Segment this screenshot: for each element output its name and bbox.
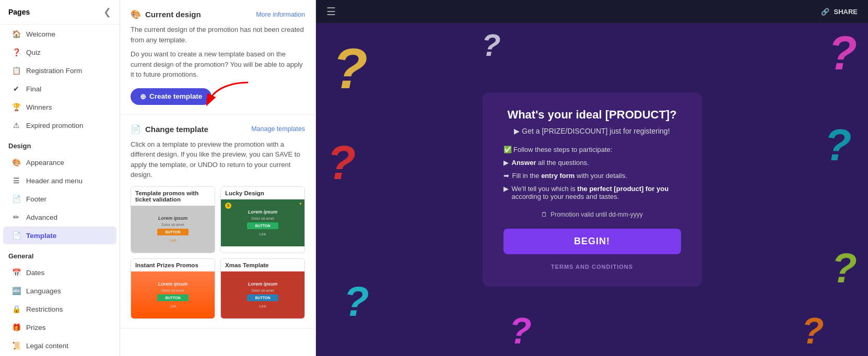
template-icon: 📄 <box>11 231 21 240</box>
preview-link: Link <box>260 304 266 308</box>
step2-icon: ➡ <box>503 172 509 180</box>
preview-dolor: Dolor sit amet <box>161 289 184 292</box>
qmark-pink-bottom: ? <box>509 313 532 349</box>
preview-link: Link <box>170 239 177 242</box>
sidebar-item-welcome[interactable]: 🏠Welcome <box>3 25 116 43</box>
plus-icon: ⊕ <box>140 92 146 101</box>
general-section: 📅Dates🔤Languages🔒Restrictions🎁Prizes📜Leg… <box>0 263 120 356</box>
preview-content: ? ? ? ? ? ? ? ? ? What's your ideal [PRO… <box>316 23 868 356</box>
sidebar-item-winners[interactable]: 🏆Winners <box>3 98 116 116</box>
template-title-xmas-template: Xmas Template <box>221 259 304 271</box>
sidebar-item-languages[interactable]: 🔤Languages <box>3 282 116 300</box>
sidebar-item-dates[interactable]: 📅Dates <box>3 264 116 281</box>
promo-subtitle: ▶ Get a [PRIZE/DISCOUNT] just for regist… <box>503 127 681 135</box>
template-card-instant-prizes[interactable]: Instant Prizes Promos Lorem ipsum Dolor … <box>131 258 215 319</box>
preview-button: BUTTON <box>157 294 189 301</box>
sidebar-item-final[interactable]: ✔Final <box>3 80 116 98</box>
qmark-yellow: ? <box>333 40 368 97</box>
preview-button: BUTTON <box>157 229 189 235</box>
current-design-icon: 🎨 <box>131 9 141 19</box>
steps-intro: ✅ Follow these steps to participate: <box>503 146 681 153</box>
coin-icon: $ <box>225 203 231 209</box>
sidebar-item-registration-form[interactable]: 📋Registration Form <box>3 62 116 79</box>
restrictions-icon: 🔒 <box>11 304 21 314</box>
qmark-pink-top: ? <box>828 30 857 77</box>
languages-icon: 🔤 <box>11 286 21 295</box>
template-card-lucky-design[interactable]: Lucky Design $✦ Lorem ipsum Dolor sit am… <box>220 186 305 253</box>
hamburger-icon[interactable]: ☰ <box>326 5 336 18</box>
sidebar-item-appearance[interactable]: 🎨Appearance <box>3 153 116 171</box>
sidebar-item-restrictions[interactable]: 🔒Restrictions <box>3 300 116 318</box>
sidebar-item-template[interactable]: 📄Template <box>3 227 116 244</box>
final-icon: ✔ <box>11 84 21 93</box>
collapse-button[interactable]: ❮ <box>103 6 111 18</box>
sidebar-item-prizes[interactable]: 🎁Prizes <box>3 318 116 336</box>
promo-title: What's your ideal [PRODUCT]? <box>503 108 681 122</box>
sidebar-item-header-menu[interactable]: ☰Header and menu <box>3 172 116 189</box>
design-section-title: Design <box>0 135 120 153</box>
sidebar-header: Pages ❮ <box>0 0 120 25</box>
quiz-icon: ❓ <box>11 48 21 57</box>
more-info-link[interactable]: More information <box>256 11 305 18</box>
change-template-desc: Click on a template to preview the promo… <box>131 139 305 180</box>
step1-icon: ▶ <box>503 159 509 167</box>
template-title-instant-prizes: Instant Prizes Promos <box>131 259 215 271</box>
current-design-desc2: Do you want to create a new template bas… <box>131 49 305 80</box>
qmark-teal: ? <box>824 123 851 167</box>
qmark-orange: ? <box>802 313 824 349</box>
template-title-lucky-design: Lucky Design <box>221 187 304 199</box>
preview-topbar: ☰ 🔗 SHARE <box>316 0 868 23</box>
qmark-green-yellow: ? <box>831 247 857 289</box>
sidebar-item-footer[interactable]: 📄Footer <box>3 190 116 208</box>
template-card-xmas-template[interactable]: Xmas Template Lorem ipsum Dolor sit amet… <box>220 258 305 319</box>
advanced-icon: ✏ <box>11 212 21 222</box>
preview-lorem: Lorem ipsum <box>158 216 188 221</box>
preview-lorem: Lorem ipsum <box>158 281 188 287</box>
step3-icon: ▶ <box>503 185 509 193</box>
step-2: ➡ Fill in the entry form with your detai… <box>503 172 681 180</box>
current-design-desc1: The current design of the promotion has … <box>131 25 305 45</box>
dates-icon: 📅 <box>11 268 21 277</box>
preview-lorem: Lorem ipsum <box>248 209 278 215</box>
template-grid: Template promos with ticket validation L… <box>131 186 305 319</box>
promo-valid: 🗒 Promotion valid until dd-mm-yyyy <box>503 211 681 218</box>
footer-icon: 📄 <box>11 194 21 204</box>
design-section: 🎨Appearance☰Header and menu📄Footer✏Advan… <box>0 153 120 245</box>
welcome-icon: 🏠 <box>11 29 21 39</box>
red-arrow <box>206 80 253 106</box>
prizes-icon: 🎁 <box>11 323 21 332</box>
current-design-section: 🎨 Current design More information The cu… <box>120 0 315 115</box>
pages-section: 🏠Welcome❓Quiz📋Registration Form✔Final🏆Wi… <box>0 25 120 135</box>
valid-icon: 🗒 <box>541 211 547 218</box>
terms-link[interactable]: TERMS AND CONDITIONS <box>551 264 633 270</box>
sidebar-item-quiz[interactable]: ❓Quiz <box>3 43 116 61</box>
sidebar-item-legal-content[interactable]: 📜Legal content <box>3 337 116 354</box>
legal-content-icon: 📜 <box>11 341 21 350</box>
create-template-button[interactable]: ⊕ Create template <box>131 88 212 105</box>
sidebar-item-expired-promotion[interactable]: ⚠Expired promotion <box>3 116 116 134</box>
preview-button: BUTTON <box>247 294 278 301</box>
preview-link: Link <box>170 304 177 308</box>
template-preview-lucky-design: $✦ Lorem ipsum Dolor sit amet BUTTON Lin… <box>221 199 304 246</box>
promo-card: What's your ideal [PRODUCT]? ▶ Get a [PR… <box>483 92 702 287</box>
share-button[interactable]: 🔗 SHARE <box>821 8 858 16</box>
qmark-red: ? <box>327 139 356 186</box>
step-3: ▶ We'll tell you which is the perfect [p… <box>503 185 681 200</box>
sidebar-item-advanced[interactable]: ✏Advanced <box>3 208 116 226</box>
preview-dolor: Dolor sit amet <box>161 223 184 227</box>
sidebar-title: Pages <box>8 8 30 16</box>
preview-dolor: Dolor sit amet <box>251 289 274 292</box>
winners-icon: 🏆 <box>11 102 21 112</box>
template-card-template-promos[interactable]: Template promos with ticket validation L… <box>131 186 215 253</box>
preview-dolor: Dolor sit amet <box>251 217 274 220</box>
header-menu-icon: ☰ <box>11 176 21 185</box>
qmark-cyan: ? <box>344 281 369 323</box>
change-template-title: 📄 Change template <box>131 124 208 134</box>
begin-button[interactable]: BEGIN! <box>503 229 681 254</box>
current-design-title: 🎨 Current design <box>131 9 201 19</box>
template-icon: 📄 <box>131 124 141 134</box>
current-design-header: 🎨 Current design More information <box>131 9 305 19</box>
change-template-section: 📄 Change template Manage templates Click… <box>120 115 315 329</box>
preview-button: BUTTON <box>247 222 278 229</box>
manage-templates-link[interactable]: Manage templates <box>251 125 305 133</box>
